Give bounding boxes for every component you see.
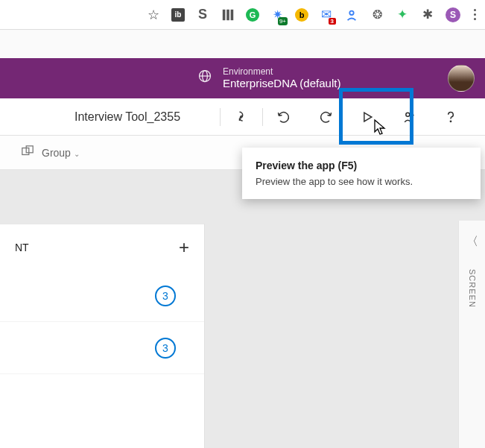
svg-point-8 [406, 113, 410, 116]
extension-icon-pet[interactable]: ❂ [370, 7, 384, 22]
undo-button[interactable] [263, 98, 305, 135]
app-checker-button[interactable] [221, 98, 262, 135]
svg-rect-0 [223, 9, 226, 19]
extension-icon-bars[interactable] [221, 7, 235, 22]
svg-point-11 [450, 121, 451, 122]
extension-icon-yellow[interactable]: b [295, 8, 308, 22]
help-button[interactable] [430, 98, 472, 135]
svg-rect-13 [26, 145, 33, 152]
group-dropdown[interactable]: Group ⌄ [42, 147, 80, 159]
preview-button[interactable] [346, 98, 388, 135]
tooltip-body: Preview the app to see how it works. [256, 176, 467, 187]
extension-icon-burst[interactable]: ✷ [270, 7, 285, 22]
left-panel: NT + 3 3 [0, 224, 205, 448]
svg-rect-12 [22, 148, 29, 154]
person-extension-icon[interactable] [344, 7, 359, 22]
globe-icon [197, 69, 212, 87]
add-icon[interactable]: + [179, 237, 189, 258]
extension-icon-1[interactable]: ib [171, 8, 185, 22]
user-avatar[interactable] [448, 65, 475, 92]
chevron-down-icon: ⌄ [74, 150, 80, 158]
right-rail-label[interactable]: SCREEN [468, 269, 477, 308]
evernote-icon[interactable]: ✦ [395, 7, 410, 22]
profile-avatar-icon[interactable]: S [446, 7, 460, 22]
svg-rect-1 [226, 9, 229, 19]
svg-rect-2 [231, 9, 234, 19]
app-header: Environment EnterpriseDNA (default) [0, 58, 485, 98]
right-rail: 〈 SCREEN [458, 221, 485, 448]
list-item[interactable]: 3 [0, 270, 204, 322]
app-name: Interview Tool_2355 [75, 110, 180, 124]
count-badge: 3 [155, 285, 176, 306]
extensions-puzzle-icon[interactable]: ✱ [420, 7, 435, 22]
list-item[interactable]: 3 [0, 322, 204, 374]
svg-marker-7 [364, 113, 372, 122]
preview-tooltip: Preview the app (F5) Preview the app to … [242, 148, 481, 199]
bookmark-star-icon[interactable]: ☆ [146, 7, 161, 22]
share-button[interactable] [388, 98, 430, 135]
group-icon[interactable] [21, 145, 34, 161]
browser-extension-bar: ☆ ib S G ✷ b ✉ ❂ ✦ ✱ S [0, 0, 485, 30]
panel-title-fragment: NT [15, 242, 29, 253]
redo-button[interactable] [305, 98, 346, 135]
count-badge: 3 [155, 338, 176, 359]
expand-panel-icon[interactable]: 〈 [466, 234, 478, 250]
browser-menu-icon[interactable] [471, 9, 479, 20]
environment-label: Environment [223, 66, 340, 77]
grammarly-icon[interactable]: G [246, 8, 259, 22]
panel-header: NT + [0, 224, 204, 270]
command-bar: Interview Tool_2355 [0, 98, 485, 136]
tooltip-title: Preview the app (F5) [256, 160, 467, 171]
svg-point-3 [349, 10, 353, 14]
skype-icon[interactable]: S [195, 7, 210, 22]
group-label-text: Group [42, 147, 71, 159]
browser-content-gap [0, 30, 485, 58]
environment-name: EnterpriseDNA (default) [223, 77, 340, 90]
mail-extension-icon[interactable]: ✉ [319, 7, 334, 22]
canvas-area: NT + 3 3 〈 SCREEN [0, 170, 485, 448]
environment-selector[interactable]: Environment EnterpriseDNA (default) [197, 66, 340, 90]
